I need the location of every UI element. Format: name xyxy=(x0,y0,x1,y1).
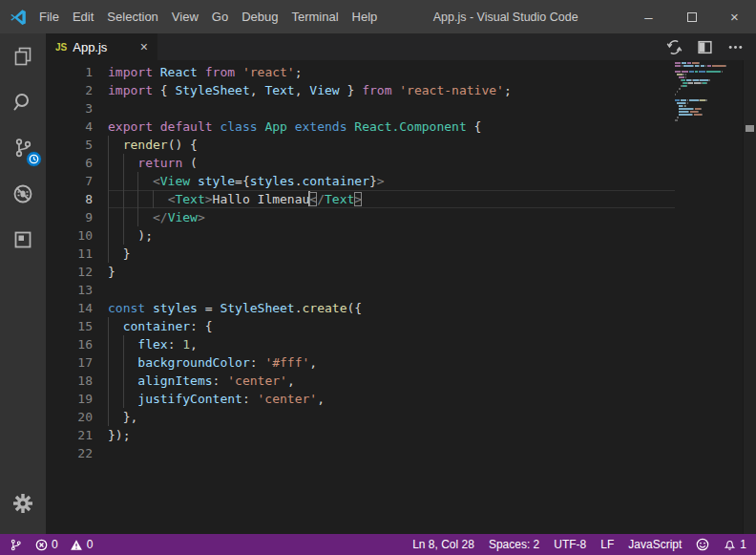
code-token: < xyxy=(309,192,317,206)
statusbar-feedback[interactable] xyxy=(696,538,709,551)
menu-edit[interactable]: Edit xyxy=(66,0,100,33)
line-number: 12 xyxy=(46,263,108,281)
code-token: } xyxy=(340,83,362,97)
code-token: return xyxy=(137,156,182,170)
code-line-content[interactable] xyxy=(108,281,675,299)
line-number: 15 xyxy=(46,317,108,335)
sync-icon[interactable] xyxy=(666,39,682,55)
code-token: import xyxy=(108,65,153,79)
statusbar-indentation[interactable]: Spaces: 2 xyxy=(489,538,539,551)
code-token xyxy=(198,65,205,79)
code-token: App xyxy=(264,119,286,134)
code-token: StyleSheet xyxy=(175,83,249,97)
code-line-content[interactable]: } xyxy=(108,245,675,263)
indent-guide xyxy=(108,226,109,245)
menu-view[interactable]: View xyxy=(165,0,205,33)
statusbar-problems[interactable]: 0 0 xyxy=(35,538,93,551)
activitybar-extensions[interactable] xyxy=(0,217,46,263)
code-token: render xyxy=(123,138,168,152)
maximize-button[interactable] xyxy=(670,0,713,33)
code-token: 1 xyxy=(182,337,190,352)
code-token: : xyxy=(213,374,228,388)
code-line-content[interactable]: flex: 1, xyxy=(108,335,675,353)
activitybar-explorer[interactable] xyxy=(0,33,46,79)
indent-guide xyxy=(137,208,138,226)
more-actions-icon[interactable] xyxy=(727,39,744,55)
indent-guide xyxy=(123,390,124,408)
code-line-content[interactable]: container: { xyxy=(108,317,675,335)
code-token: Text xyxy=(264,83,294,97)
indent-guide xyxy=(123,226,124,245)
code-line-content[interactable]: backgroundColor: '#fff', xyxy=(108,353,675,372)
activitybar-source-control[interactable] xyxy=(0,125,46,171)
code-area[interactable]: 1import React from 'react';2import { Sty… xyxy=(46,60,675,462)
code-token: > xyxy=(198,210,205,224)
code-token: }); xyxy=(108,428,130,442)
split-editor-icon[interactable] xyxy=(697,39,713,55)
code-line-content[interactable] xyxy=(108,99,675,117)
code-token xyxy=(108,319,123,333)
statusbar-encoding[interactable]: UTF-8 xyxy=(554,538,586,551)
code-token: ; xyxy=(504,83,512,97)
code-token: } xyxy=(108,246,130,261)
code-line-content[interactable]: import React from 'react'; xyxy=(108,63,675,81)
minimize-button[interactable]: – xyxy=(627,0,670,33)
code-token: > xyxy=(377,174,385,188)
code-token: ); xyxy=(108,228,153,243)
code-token: from xyxy=(362,83,391,97)
line-number: 1 xyxy=(46,63,108,81)
javascript-file-icon: JS xyxy=(55,42,67,53)
code-line-content[interactable]: justifyContent: 'center', xyxy=(108,390,675,408)
menu-go[interactable]: Go xyxy=(205,0,235,33)
code-line-content[interactable]: ); xyxy=(108,226,675,245)
menu-debug[interactable]: Debug xyxy=(235,0,284,33)
minimap-line xyxy=(675,108,743,110)
minimap-line xyxy=(675,65,743,67)
minimap-line xyxy=(675,102,743,104)
code-line-content[interactable]: export default class App extends React.C… xyxy=(108,117,675,136)
statusbar-branch[interactable] xyxy=(10,538,22,552)
statusbar-notifications[interactable]: 1 xyxy=(724,538,746,551)
minimap[interactable] xyxy=(675,62,743,125)
code-line-content[interactable]: }); xyxy=(108,426,675,444)
minimap-line xyxy=(675,74,743,75)
code-token xyxy=(153,119,160,134)
scrollbar[interactable] xyxy=(743,60,756,534)
code-line-content[interactable]: return ( xyxy=(108,154,675,172)
minimap-line xyxy=(675,62,743,64)
code-token: create xyxy=(303,301,347,315)
menu-terminal[interactable]: Terminal xyxy=(284,0,345,33)
minimap-line xyxy=(675,82,743,84)
close-button[interactable]: × xyxy=(713,0,756,33)
statusbar-language[interactable]: JavaScript xyxy=(628,538,682,551)
code-line-content[interactable]: } xyxy=(108,263,675,281)
menu-selection[interactable]: Selection xyxy=(100,0,164,33)
statusbar-eol[interactable]: LF xyxy=(600,538,614,551)
code-line-content[interactable]: <Text>Hallo Ilmenau</Text> xyxy=(108,190,675,208)
statusbar-left: 0 0 xyxy=(10,538,93,552)
tab-close-icon[interactable]: × xyxy=(140,40,148,53)
code-line-content[interactable]: </View> xyxy=(108,208,675,226)
code-line-content[interactable]: <View style={styles.container}> xyxy=(108,172,675,190)
error-count: 0 xyxy=(52,538,58,551)
smiley-icon xyxy=(696,538,709,551)
tab-appjs[interactable]: JS App.js × xyxy=(46,33,158,60)
code-token: View xyxy=(168,210,198,224)
code-line-content[interactable]: render() { xyxy=(108,136,675,154)
code-token: , xyxy=(287,374,295,388)
code-line-content[interactable] xyxy=(108,444,675,462)
code-token xyxy=(108,174,153,188)
code-line-content[interactable]: alignItems: 'center', xyxy=(108,372,675,390)
code-line-content[interactable]: import { StyleSheet, Text, View } from '… xyxy=(108,81,675,99)
activitybar-search[interactable] xyxy=(0,79,46,125)
menu-file[interactable]: File xyxy=(32,0,66,33)
statusbar-cursor-position[interactable]: Ln 8, Col 28 xyxy=(412,538,474,551)
code-line-content[interactable]: const styles = StyleSheet.create({ xyxy=(108,299,675,317)
warning-count: 0 xyxy=(87,538,94,551)
activitybar-debug[interactable] xyxy=(0,171,46,217)
code-line-content[interactable]: }, xyxy=(108,408,675,426)
menu-help[interactable]: Help xyxy=(346,0,385,33)
activitybar-settings[interactable] xyxy=(0,480,46,526)
code-line: 6 return ( xyxy=(46,154,675,172)
indent-guide xyxy=(108,190,109,208)
